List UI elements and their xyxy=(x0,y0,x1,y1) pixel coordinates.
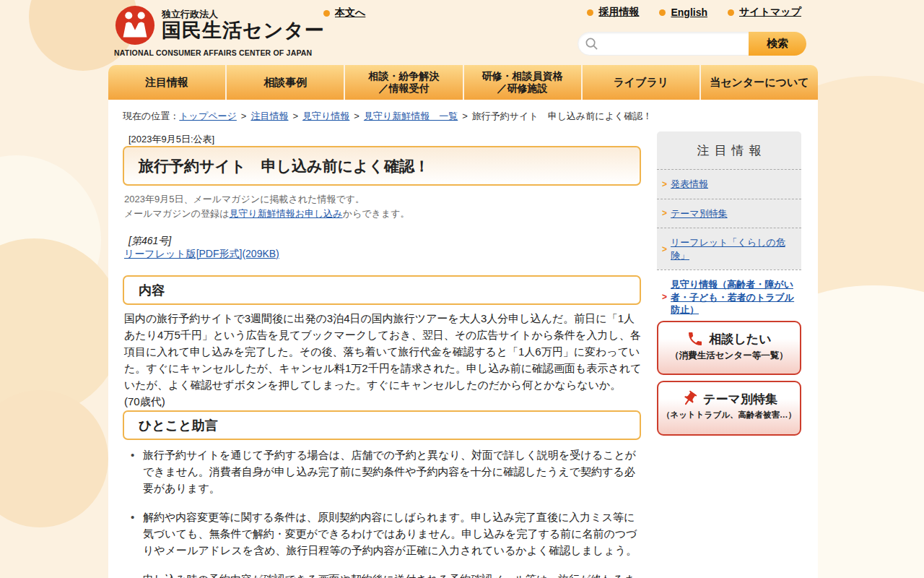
search-icon xyxy=(585,37,598,51)
breadcrumb-link-mimamori-list[interactable]: 見守り新鮮情報 一覧 xyxy=(364,111,458,121)
breadcrumb-prefix: 現在の位置： xyxy=(123,111,179,121)
consult-banner-subtitle: （消費生活センター等一覧） xyxy=(658,350,800,362)
magazine-note-line2-pre: メールマガジンの登録は xyxy=(124,208,229,219)
advice-section-heading: ひとこと助言 xyxy=(123,410,641,440)
sidebar-heading: 注目情報 xyxy=(657,131,801,169)
pdf-leaflet-link[interactable]: リーフレット版[PDF形式](209KB) xyxy=(124,248,279,261)
sidebar-item-theme[interactable]: > テーマ別特集 xyxy=(657,199,801,228)
search-input[interactable] xyxy=(578,32,751,56)
case-age: (70歳代) xyxy=(124,394,642,410)
content-area: 現在の位置：トップページ>注目情報>見守り情報>見守り新鮮情報 一覧>旅行予約サ… xyxy=(108,100,818,578)
bullet-icon xyxy=(587,9,593,16)
nav-tab-consultation-cases[interactable]: 相談事例 xyxy=(227,65,344,100)
advice-item: 申し込み時の予約内容が確認できる画面や契約後に送付される予約確認メール等は、旅行… xyxy=(124,571,642,578)
theme-banner-title: テーマ別特集 xyxy=(703,391,777,407)
site-logo[interactable]: 独立行政法人 国民生活センター NATIONAL CONSUMER AFFAIR… xyxy=(114,4,325,57)
skip-to-content-link[interactable]: 本文へ xyxy=(323,7,365,20)
chevron-right-icon: > xyxy=(662,243,667,255)
search-button[interactable]: 検索 xyxy=(749,32,806,56)
issue-number: [第461号] xyxy=(128,235,171,248)
case-description: 国内の旅行予約サイトで3週間後に出発の3泊4日の国内旅行ツアーを大人3人分申し込… xyxy=(124,311,642,410)
advice-list: 旅行予約サイトを通じて予約する場合は、店舗での予約と異なり、対面で詳しく説明を受… xyxy=(124,447,642,578)
content-section-heading: 内容 xyxy=(123,275,641,305)
magazine-signup-link[interactable]: 見守り新鮮情報お申し込み xyxy=(229,208,342,219)
org-type-label: 独立行政法人 xyxy=(162,9,325,20)
breadcrumb-separator: > xyxy=(292,111,298,121)
case-text: 国内の旅行予約サイトで3週間後に出発の3泊4日の国内旅行ツアーを大人3人分申し込… xyxy=(124,312,642,391)
nav-tab-featured-info[interactable]: 注目情報 xyxy=(108,65,225,100)
magazine-note-line2-post: からできます。 xyxy=(343,208,410,219)
breadcrumb-separator: > xyxy=(354,111,359,121)
decorative-circle xyxy=(0,238,123,415)
publish-date: [2023年9月5日:公表] xyxy=(128,133,214,146)
nav-tab-about-center[interactable]: 当センターについて xyxy=(701,65,818,100)
magazine-note-line1: 2023年9月5日、メールマガジンに掲載された情報です。 xyxy=(124,194,365,204)
advice-item: 解約や内容変更等に関する条件は、原則契約内容にしばられます。申し込み完了直後に入… xyxy=(124,509,642,559)
main-nav: 注目情報 相談事例 相談・紛争解決／情報受付 研修・相談員資格／研修施設 ライブ… xyxy=(108,65,818,100)
search-bar: 検索 xyxy=(578,32,806,56)
theme-feature-banner[interactable]: テーマ別特集 （ネットトラブル、高齢者被害…） xyxy=(657,381,801,436)
english-link[interactable]: English xyxy=(659,6,707,19)
org-name-label: 国民生活センター xyxy=(162,20,325,42)
sitemap-link[interactable]: サイトマップ xyxy=(728,6,801,19)
decorative-circle xyxy=(0,390,108,527)
breadcrumb-separator: > xyxy=(241,111,247,121)
utility-nav: 採用情報 English サイトマップ xyxy=(587,6,801,19)
pushpin-icon xyxy=(681,390,698,407)
nav-tab-library[interactable]: ライブラリ xyxy=(583,65,699,100)
phone-icon xyxy=(687,330,704,348)
sidebar-item-leaflet[interactable]: > リーフレット「くらしの危険」 xyxy=(657,228,801,269)
sidebar-item-mimamori[interactable]: > 見守り情報（高齢者・障がい者・子ども・若者のトラブル防止） xyxy=(657,269,801,324)
breadcrumb: 現在の位置：トップページ>注目情報>見守り情報>見守り新鮮情報 一覧>旅行予約サ… xyxy=(123,110,652,123)
breadcrumb-link-featured[interactable]: 注目情報 xyxy=(250,111,288,121)
bullet-icon xyxy=(323,10,330,17)
consult-banner[interactable]: 相談したい （消費生活センター等一覧） xyxy=(657,321,801,375)
sidebar-item-happyo[interactable]: > 発表情報 xyxy=(657,169,801,199)
breadcrumb-separator: > xyxy=(462,111,468,121)
breadcrumb-current: 旅行予約サイト 申し込み前によく確認！ xyxy=(472,111,652,121)
chevron-right-icon: > xyxy=(662,178,667,190)
theme-banner-subtitle: （ネットトラブル、高齢者被害…） xyxy=(658,410,800,420)
breadcrumb-link-top[interactable]: トップページ xyxy=(179,111,237,121)
recruit-link[interactable]: 採用情報 xyxy=(587,6,639,19)
page-title: 旅行予約サイト 申し込み前によく確認！ xyxy=(123,146,641,186)
advice-item: 旅行予約サイトを通じて予約する場合は、店舗での予約と異なり、対面で詳しく説明を受… xyxy=(124,447,642,497)
chevron-right-icon: > xyxy=(662,291,667,303)
consult-banner-title: 相談したい xyxy=(709,331,771,348)
sidebar-featured-info: 注目情報 > 発表情報 > テーマ別特集 > リーフレット「くらしの危険」 > … xyxy=(657,131,801,324)
nav-tab-dispute-resolution[interactable]: 相談・紛争解決／情報受付 xyxy=(345,65,462,100)
bullet-icon xyxy=(728,9,734,16)
org-name-english: NATIONAL CONSUMER AFFAIRS CENTER OF JAPA… xyxy=(114,48,325,57)
bullet-icon xyxy=(659,9,666,16)
magazine-note: 2023年9月5日、メールマガジンに掲載された情報です。 メールマガジンの登録は… xyxy=(124,192,409,220)
logo-mark-icon xyxy=(114,4,156,46)
breadcrumb-link-mimamori[interactable]: 見守り情報 xyxy=(302,111,349,121)
chevron-right-icon: > xyxy=(662,207,667,219)
nav-tab-training[interactable]: 研修・相談員資格／研修施設 xyxy=(464,65,581,100)
